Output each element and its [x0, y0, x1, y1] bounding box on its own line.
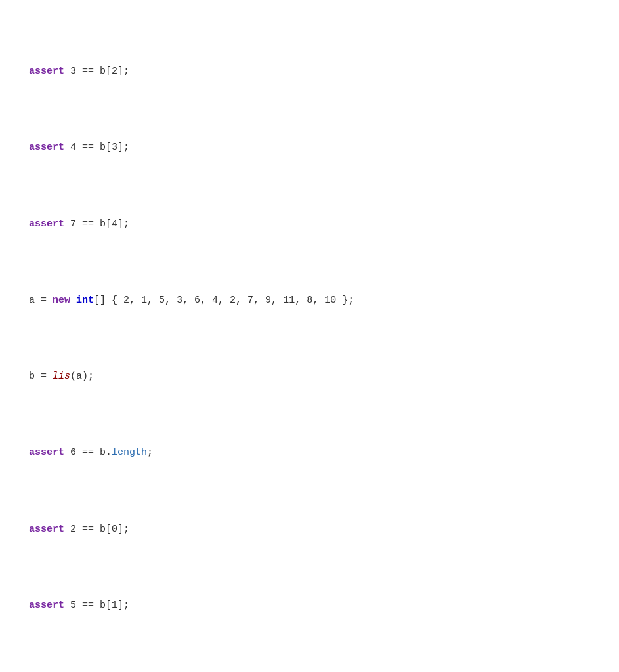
- code-editor: assert 3 == b[2]; assert 4 == b[3]; asse…: [0, 0, 619, 672]
- keyword-new: new: [53, 295, 70, 306]
- keyword-assert: assert: [29, 66, 64, 77]
- keyword-assert: assert: [29, 524, 64, 535]
- code-content: assert 3 == b[2]; assert 4 == b[3]; asse…: [0, 0, 619, 672]
- keyword-assert: assert: [29, 219, 64, 230]
- code-line: assert 7 == b[4];: [0, 217, 619, 232]
- code-line: assert 6 == b.length;: [0, 445, 619, 460]
- keyword-assert: assert: [29, 447, 64, 458]
- keyword-assert: assert: [29, 142, 64, 153]
- code-line: assert 3 == b[2];: [0, 64, 619, 79]
- code-line: assert 4 == b[3];: [0, 140, 619, 155]
- keyword-int: int: [76, 295, 94, 306]
- keyword-assert: assert: [29, 600, 64, 611]
- code-line: assert 2 == b[0];: [0, 522, 619, 537]
- field-length: length: [112, 447, 147, 458]
- code-line: a = new int[] { 2, 1, 5, 3, 6, 4, 2, 7, …: [0, 293, 619, 308]
- code-line: b = lis(a);: [0, 369, 619, 384]
- method-lis: lis: [53, 371, 70, 382]
- code-line: assert 5 == b[1];: [0, 598, 619, 613]
